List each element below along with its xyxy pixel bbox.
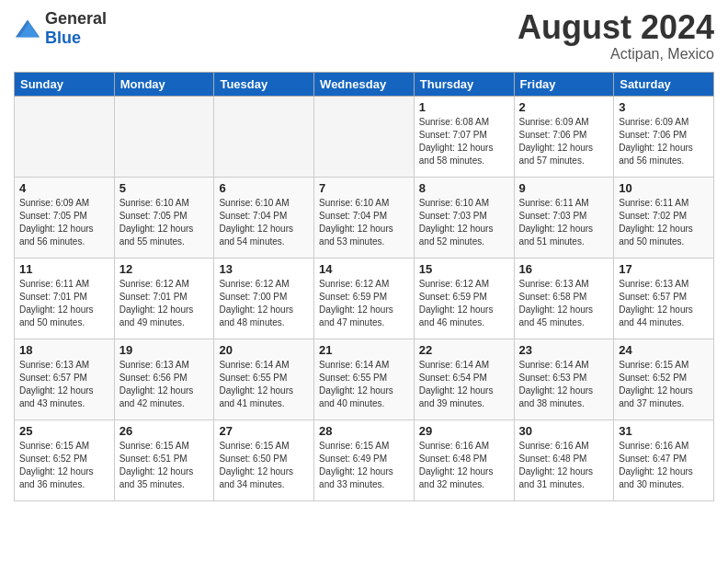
day-info: Sunrise: 6:11 AM Sunset: 7:02 PM Dayligh… <box>619 197 709 248</box>
day-info: Sunrise: 6:14 AM Sunset: 6:55 PM Dayligh… <box>219 359 309 410</box>
week-row-5: 25Sunrise: 6:15 AM Sunset: 6:52 PM Dayli… <box>15 419 714 500</box>
logo: General Blue <box>14 9 107 48</box>
day-info: Sunrise: 6:13 AM Sunset: 6:57 PM Dayligh… <box>19 359 109 410</box>
day-cell-29: 29Sunrise: 6:16 AM Sunset: 6:48 PM Dayli… <box>414 419 514 500</box>
day-number: 7 <box>319 181 409 195</box>
day-number: 10 <box>619 181 709 195</box>
day-cell-8: 8Sunrise: 6:10 AM Sunset: 7:03 PM Daylig… <box>414 177 514 258</box>
day-info: Sunrise: 6:13 AM Sunset: 6:56 PM Dayligh… <box>119 359 210 410</box>
day-number: 1 <box>419 100 509 114</box>
day-number: 17 <box>619 262 709 276</box>
day-cell-30: 30Sunrise: 6:16 AM Sunset: 6:48 PM Dayli… <box>514 419 614 500</box>
day-number: 22 <box>419 343 509 357</box>
day-info: Sunrise: 6:12 AM Sunset: 7:00 PM Dayligh… <box>219 278 309 329</box>
day-cell-18: 18Sunrise: 6:13 AM Sunset: 6:57 PM Dayli… <box>15 339 115 419</box>
day-info: Sunrise: 6:09 AM Sunset: 7:05 PM Dayligh… <box>19 197 109 248</box>
weekday-header-wednesday: Wednesday <box>314 72 415 96</box>
day-cell-26: 26Sunrise: 6:15 AM Sunset: 6:51 PM Dayli… <box>114 419 214 500</box>
weekday-header-saturday: Saturday <box>614 72 714 96</box>
day-number: 8 <box>419 181 509 195</box>
day-cell-23: 23Sunrise: 6:14 AM Sunset: 6:53 PM Dayli… <box>514 339 614 419</box>
day-number: 29 <box>419 424 509 438</box>
day-number: 13 <box>219 262 309 276</box>
day-cell-22: 22Sunrise: 6:14 AM Sunset: 6:54 PM Dayli… <box>414 339 514 419</box>
day-cell-21: 21Sunrise: 6:14 AM Sunset: 6:55 PM Dayli… <box>314 339 415 419</box>
day-number: 19 <box>119 343 210 357</box>
day-number: 20 <box>219 343 309 357</box>
day-number: 25 <box>19 424 109 438</box>
day-info: Sunrise: 6:14 AM Sunset: 6:54 PM Dayligh… <box>419 359 509 410</box>
week-row-4: 18Sunrise: 6:13 AM Sunset: 6:57 PM Dayli… <box>15 339 714 419</box>
day-info: Sunrise: 6:10 AM Sunset: 7:05 PM Dayligh… <box>119 197 210 248</box>
empty-cell <box>15 96 115 177</box>
day-cell-10: 10Sunrise: 6:11 AM Sunset: 7:02 PM Dayli… <box>614 177 714 258</box>
day-info: Sunrise: 6:13 AM Sunset: 6:58 PM Dayligh… <box>519 278 609 329</box>
day-number: 21 <box>319 343 409 357</box>
day-cell-1: 1Sunrise: 6:08 AM Sunset: 7:07 PM Daylig… <box>414 96 514 177</box>
day-cell-14: 14Sunrise: 6:12 AM Sunset: 6:59 PM Dayli… <box>314 258 415 339</box>
day-info: Sunrise: 6:08 AM Sunset: 7:07 PM Dayligh… <box>419 116 509 167</box>
location-subtitle: Actipan, Mexico <box>518 46 714 63</box>
day-cell-20: 20Sunrise: 6:14 AM Sunset: 6:55 PM Dayli… <box>214 339 314 419</box>
day-cell-31: 31Sunrise: 6:16 AM Sunset: 6:47 PM Dayli… <box>614 419 714 500</box>
logo-general-text: General <box>45 9 107 28</box>
logo-blue-text: Blue <box>45 29 81 47</box>
day-number: 31 <box>619 424 709 438</box>
day-cell-7: 7Sunrise: 6:10 AM Sunset: 7:04 PM Daylig… <box>314 177 415 258</box>
weekday-header-monday: Monday <box>114 72 214 96</box>
day-cell-4: 4Sunrise: 6:09 AM Sunset: 7:05 PM Daylig… <box>15 177 115 258</box>
day-cell-17: 17Sunrise: 6:13 AM Sunset: 6:57 PM Dayli… <box>614 258 714 339</box>
day-info: Sunrise: 6:11 AM Sunset: 7:03 PM Dayligh… <box>519 197 609 248</box>
day-number: 28 <box>319 424 409 438</box>
day-cell-5: 5Sunrise: 6:10 AM Sunset: 7:05 PM Daylig… <box>114 177 214 258</box>
day-cell-2: 2Sunrise: 6:09 AM Sunset: 7:06 PM Daylig… <box>514 96 614 177</box>
day-info: Sunrise: 6:13 AM Sunset: 6:57 PM Dayligh… <box>619 278 709 329</box>
day-cell-3: 3Sunrise: 6:09 AM Sunset: 7:06 PM Daylig… <box>614 96 714 177</box>
day-info: Sunrise: 6:11 AM Sunset: 7:01 PM Dayligh… <box>19 278 109 329</box>
day-number: 3 <box>619 100 709 114</box>
day-number: 23 <box>519 343 609 357</box>
day-info: Sunrise: 6:10 AM Sunset: 7:04 PM Dayligh… <box>219 197 309 248</box>
day-number: 30 <box>519 424 609 438</box>
day-info: Sunrise: 6:12 AM Sunset: 6:59 PM Dayligh… <box>319 278 409 329</box>
page-header: General Blue August 2024 Actipan, Mexico <box>14 9 714 63</box>
day-cell-24: 24Sunrise: 6:15 AM Sunset: 6:52 PM Dayli… <box>614 339 714 419</box>
day-number: 18 <box>19 343 109 357</box>
day-number: 6 <box>219 181 309 195</box>
day-info: Sunrise: 6:10 AM Sunset: 7:03 PM Dayligh… <box>419 197 509 248</box>
weekday-header-friday: Friday <box>514 72 614 96</box>
day-info: Sunrise: 6:09 AM Sunset: 7:06 PM Dayligh… <box>519 116 609 167</box>
month-year-title: August 2024 <box>518 9 714 46</box>
week-row-3: 11Sunrise: 6:11 AM Sunset: 7:01 PM Dayli… <box>15 258 714 339</box>
day-cell-15: 15Sunrise: 6:12 AM Sunset: 6:59 PM Dayli… <box>414 258 514 339</box>
day-number: 5 <box>119 181 210 195</box>
day-info: Sunrise: 6:16 AM Sunset: 6:48 PM Dayligh… <box>419 440 509 491</box>
day-info: Sunrise: 6:09 AM Sunset: 7:06 PM Dayligh… <box>619 116 709 167</box>
day-info: Sunrise: 6:15 AM Sunset: 6:49 PM Dayligh… <box>319 440 409 491</box>
day-info: Sunrise: 6:15 AM Sunset: 6:52 PM Dayligh… <box>19 440 109 491</box>
day-info: Sunrise: 6:15 AM Sunset: 6:51 PM Dayligh… <box>119 440 210 491</box>
day-cell-28: 28Sunrise: 6:15 AM Sunset: 6:49 PM Dayli… <box>314 419 415 500</box>
day-cell-25: 25Sunrise: 6:15 AM Sunset: 6:52 PM Dayli… <box>15 419 115 500</box>
weekday-header-sunday: Sunday <box>15 72 115 96</box>
day-number: 26 <box>119 424 210 438</box>
day-number: 9 <box>519 181 609 195</box>
day-cell-6: 6Sunrise: 6:10 AM Sunset: 7:04 PM Daylig… <box>214 177 314 258</box>
weekday-header-tuesday: Tuesday <box>214 72 314 96</box>
day-number: 16 <box>519 262 609 276</box>
day-number: 15 <box>419 262 509 276</box>
day-info: Sunrise: 6:12 AM Sunset: 6:59 PM Dayligh… <box>419 278 509 329</box>
day-number: 2 <box>519 100 609 114</box>
day-info: Sunrise: 6:10 AM Sunset: 7:04 PM Dayligh… <box>319 197 409 248</box>
day-info: Sunrise: 6:14 AM Sunset: 6:55 PM Dayligh… <box>319 359 409 410</box>
day-cell-12: 12Sunrise: 6:12 AM Sunset: 7:01 PM Dayli… <box>114 258 214 339</box>
title-block: August 2024 Actipan, Mexico <box>518 9 714 63</box>
calendar-table: SundayMondayTuesdayWednesdayThursdayFrid… <box>14 72 714 501</box>
day-cell-11: 11Sunrise: 6:11 AM Sunset: 7:01 PM Dayli… <box>15 258 115 339</box>
weekday-header-row: SundayMondayTuesdayWednesdayThursdayFrid… <box>15 72 714 96</box>
day-info: Sunrise: 6:15 AM Sunset: 6:52 PM Dayligh… <box>619 359 709 410</box>
day-number: 4 <box>19 181 109 195</box>
day-number: 27 <box>219 424 309 438</box>
day-info: Sunrise: 6:15 AM Sunset: 6:50 PM Dayligh… <box>219 440 309 491</box>
week-row-1: 1Sunrise: 6:08 AM Sunset: 7:07 PM Daylig… <box>15 96 714 177</box>
